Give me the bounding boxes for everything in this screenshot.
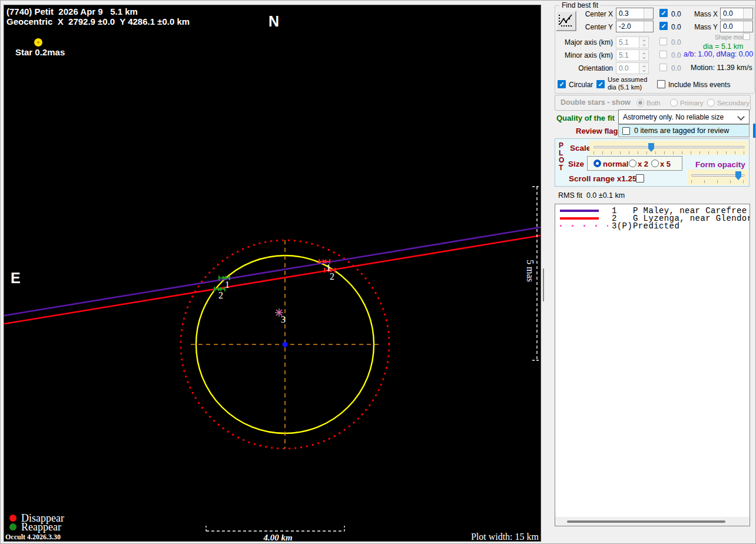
scale-slider-thumb[interactable] <box>648 143 654 152</box>
plot-canvas <box>4 5 541 541</box>
mass-x-value[interactable]: 0.0 <box>721 8 743 19</box>
orientation-arrows <box>639 63 648 74</box>
down-arrow-icon[interactable] <box>744 26 752 32</box>
chevron-down-icon[interactable] <box>737 113 745 121</box>
size-x2-label: x 2 <box>638 160 648 168</box>
size-x5-label: x 5 <box>660 160 671 168</box>
motion-text: Motion: 11.39 km/s <box>691 64 752 72</box>
scroll-range-checkbox[interactable] <box>636 174 644 183</box>
find-best-fit-title: Find best fit <box>559 1 601 9</box>
diameter-text: dia = 5.1 km <box>703 42 743 51</box>
review-flags-field: 0 items are tagged for review <box>618 124 750 137</box>
center-y-err: 0.0 <box>671 23 681 31</box>
center-y-value[interactable]: -2.0 <box>616 21 644 32</box>
center-y-arrows[interactable] <box>644 21 653 32</box>
mass-x-spinner[interactable]: 0.0 <box>720 8 753 19</box>
down-arrow-icon[interactable] <box>744 14 752 19</box>
predicted-color-sample <box>560 225 608 227</box>
observer-list: 1 P Maley, near Carefree 2 G Lyzenga, ne… <box>555 204 750 526</box>
review-flags-checkbox[interactable] <box>622 127 630 135</box>
mass-y-label: Mass Y <box>691 23 718 31</box>
observer-row[interactable]: 2 G Lyzenga, near Glendora <box>555 214 750 221</box>
east-label: E <box>11 270 21 287</box>
mass-y-value[interactable]: 0.0 <box>721 21 743 32</box>
mass-x-arrows[interactable] <box>743 8 752 19</box>
up-arrow-icon <box>639 37 648 42</box>
up-arrow-icon[interactable] <box>744 8 752 14</box>
review-flags-label: Review flags <box>576 127 622 135</box>
scale-slider[interactable] <box>589 141 748 155</box>
orientation-err: 0.0 <box>671 64 681 72</box>
chord-1-color-sample <box>560 210 599 212</box>
quality-label: Quality of the fit <box>556 114 615 122</box>
major-axis-lock-checkbox <box>659 38 667 45</box>
size-normal-label: normal <box>603 160 628 168</box>
review-flags-text: 0 items are tagged for review <box>634 127 729 135</box>
up-arrow-icon[interactable] <box>644 21 653 26</box>
quality-value: Astrometry only. No reliable size <box>623 113 724 121</box>
up-arrow-icon[interactable] <box>744 21 752 26</box>
orientation-label: Orientation <box>560 64 613 72</box>
center-x-spinner[interactable]: 0.3 <box>616 8 654 19</box>
mass-y-spinner[interactable]: 0.0 <box>720 21 753 32</box>
scroll-range-label: Scroll range x1.25 <box>569 174 637 183</box>
chord-label-reappear-1: 1 <box>225 280 230 290</box>
circular-label: Circular <box>569 81 593 89</box>
observer-number: 3(P) <box>612 221 632 231</box>
mass-y-arrows[interactable] <box>743 21 752 32</box>
scale-label: Scale <box>570 144 591 152</box>
size-x5-radio[interactable] <box>651 160 659 167</box>
up-arrow-icon <box>639 50 648 55</box>
chord-2-color-sample <box>560 217 599 220</box>
form-opacity-ticks <box>691 180 745 183</box>
center-y-lock-checkbox[interactable] <box>659 22 668 30</box>
circular-checkbox[interactable] <box>558 80 566 88</box>
panel-scroll-thumb[interactable] <box>753 124 755 138</box>
scale-slider-ticks <box>593 151 745 154</box>
up-arrow-icon[interactable] <box>644 8 653 14</box>
double-stars-primary-label: Primary <box>680 99 704 107</box>
version-label: Occult 4.2026.3.30 <box>5 533 61 542</box>
size-normal-radio[interactable] <box>593 160 601 167</box>
form-opacity-label: Form opacity <box>695 160 745 169</box>
list-hscrollbar[interactable] <box>555 517 750 526</box>
center-y-spinner[interactable]: -2.0 <box>616 21 654 32</box>
center-x-arrows[interactable] <box>644 8 653 19</box>
form-opacity-thumb[interactable] <box>735 171 741 180</box>
size-label: Size <box>568 160 584 168</box>
list-hscrollbar-thumb[interactable] <box>567 520 725 523</box>
splitter-grip[interactable] <box>543 268 544 301</box>
center-x-lock-checkbox[interactable] <box>659 9 668 17</box>
scale-bar-label: 4.00 km <box>246 533 310 543</box>
major-axis-value: 5.1 <box>616 37 639 48</box>
down-arrow-icon <box>639 55 648 61</box>
down-arrow-icon[interactable] <box>644 14 653 19</box>
mas-scale-label: 5 mas <box>525 260 535 282</box>
major-axis-spinner: 5.1 <box>616 37 649 48</box>
observer-name: Predicted <box>633 221 679 231</box>
down-arrow-icon <box>639 42 648 48</box>
observer-row[interactable]: 1 P Maley, near Carefree <box>555 206 750 214</box>
form-opacity-slider[interactable] <box>688 170 748 185</box>
size-x2-radio[interactable] <box>629 160 636 167</box>
chord-label-disappear-2: 2 <box>330 271 334 282</box>
include-miss-checkbox[interactable] <box>657 80 665 88</box>
double-stars-both-radio <box>636 99 644 107</box>
major-axis-err: 0.0 <box>671 38 681 47</box>
orientation-lock-checkbox <box>659 64 667 71</box>
reappear-legend-label: Reappear <box>21 521 61 533</box>
down-arrow-icon[interactable] <box>644 26 653 32</box>
quality-combobox[interactable]: Astrometry only. No reliable size <box>618 110 750 124</box>
center-x-label: Center X <box>572 10 613 18</box>
shape-model-checkbox[interactable] <box>743 33 750 40</box>
scale-slider-groove[interactable] <box>593 146 745 148</box>
use-assumed-dia-checkbox[interactable] <box>596 80 605 88</box>
use-assumed-label-line2: dia (5.1 km) <box>608 84 642 91</box>
double-stars-both-label: Both <box>646 99 661 107</box>
chord-label-reappear-2: 2 <box>218 290 223 301</box>
center-x-value[interactable]: 0.3 <box>616 8 644 19</box>
observer-row[interactable]: 3(P) Predicted <box>555 221 750 229</box>
star-size-label: Star 0.2mas <box>15 47 65 57</box>
north-label: N <box>268 13 279 30</box>
major-axis-label: Major axis (km) <box>560 38 613 47</box>
